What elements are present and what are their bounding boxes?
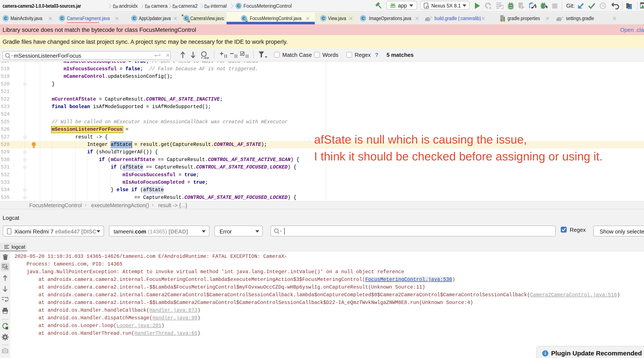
svg-text:A: A [489,6,492,10]
